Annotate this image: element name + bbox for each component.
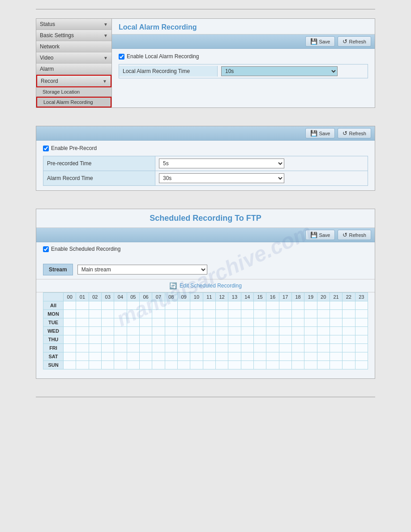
schedule-cell-mon-11[interactable] [203,310,215,318]
schedule-cell-mon-10[interactable] [190,310,203,318]
schedule-cell-tue-15[interactable] [253,318,266,327]
sidebar-subitem-storage-location[interactable]: Storage Location [36,87,111,97]
schedule-cell-sun-12[interactable] [215,361,228,369]
schedule-cell-all-8[interactable] [165,301,177,310]
schedule-cell-wed-16[interactable] [266,327,279,335]
prerecord-time-select[interactable]: 5s 10s 15s [159,159,284,168]
schedule-cell-mon-19[interactable] [304,310,317,318]
schedule-cell-wed-7[interactable] [152,327,165,335]
schedule-cell-tue-17[interactable] [279,318,291,327]
schedule-cell-wed-18[interactable] [291,327,304,335]
schedule-cell-wed-21[interactable] [330,327,342,335]
save-button-section3[interactable]: 💾 Save [305,230,335,240]
schedule-cell-wed-13[interactable] [228,327,241,335]
schedule-cell-mon-16[interactable] [266,310,279,318]
schedule-cell-mon-13[interactable] [228,310,241,318]
schedule-cell-thu-16[interactable] [266,335,279,344]
schedule-cell-all-20[interactable] [317,301,330,310]
schedule-cell-sun-5[interactable] [127,361,139,369]
sidebar-subitem-local-alarm-recording[interactable]: Local Alarm Recording [36,97,111,107]
schedule-cell-tue-3[interactable] [101,318,114,327]
schedule-cell-sun-23[interactable] [355,361,368,369]
schedule-cell-tue-12[interactable] [215,318,228,327]
schedule-cell-thu-8[interactable] [165,335,177,344]
schedule-cell-sun-15[interactable] [253,361,266,369]
schedule-cell-wed-15[interactable] [253,327,266,335]
schedule-cell-sat-13[interactable] [228,352,241,361]
schedule-cell-fri-7[interactable] [152,344,165,352]
schedule-cell-mon-1[interactable] [76,310,89,318]
schedule-cell-fri-5[interactable] [127,344,139,352]
schedule-cell-sat-6[interactable] [139,352,152,361]
schedule-cell-mon-8[interactable] [165,310,177,318]
schedule-cell-all-7[interactable] [152,301,165,310]
schedule-cell-all-3[interactable] [101,301,114,310]
schedule-cell-wed-9[interactable] [177,327,190,335]
schedule-cell-all-4[interactable] [114,301,127,310]
schedule-cell-wed-1[interactable] [76,327,89,335]
sidebar-item-network[interactable]: Network [36,41,111,52]
schedule-cell-mon-0[interactable] [64,310,76,318]
schedule-cell-fri-13[interactable] [228,344,241,352]
schedule-cell-thu-15[interactable] [253,335,266,344]
schedule-cell-fri-1[interactable] [76,344,89,352]
schedule-cell-mon-6[interactable] [139,310,152,318]
schedule-cell-sun-13[interactable] [228,361,241,369]
schedule-cell-sat-5[interactable] [127,352,139,361]
schedule-cell-fri-0[interactable] [64,344,76,352]
schedule-cell-thu-19[interactable] [304,335,317,344]
sidebar-item-video[interactable]: Video ▼ [36,52,111,64]
schedule-cell-mon-5[interactable] [127,310,139,318]
alarm-time-select[interactable]: 10s 20s 30s [221,66,338,76]
schedule-cell-all-17[interactable] [279,301,291,310]
schedule-cell-sat-11[interactable] [203,352,215,361]
schedule-cell-mon-3[interactable] [101,310,114,318]
schedule-cell-all-12[interactable] [215,301,228,310]
schedule-cell-all-1[interactable] [76,301,89,310]
schedule-cell-tue-14[interactable] [241,318,253,327]
schedule-cell-tue-1[interactable] [76,318,89,327]
schedule-cell-sat-1[interactable] [76,352,89,361]
schedule-cell-fri-9[interactable] [177,344,190,352]
schedule-cell-fri-3[interactable] [101,344,114,352]
schedule-cell-sun-0[interactable] [64,361,76,369]
schedule-cell-thu-5[interactable] [127,335,139,344]
schedule-cell-tue-18[interactable] [291,318,304,327]
schedule-cell-sat-19[interactable] [304,352,317,361]
schedule-cell-all-0[interactable] [64,301,76,310]
schedule-cell-mon-4[interactable] [114,310,127,318]
sidebar-item-alarm[interactable]: Alarm [36,64,111,75]
schedule-cell-tue-20[interactable] [317,318,330,327]
schedule-cell-sat-14[interactable] [241,352,253,361]
schedule-cell-sat-16[interactable] [266,352,279,361]
schedule-cell-sat-21[interactable] [330,352,342,361]
schedule-cell-thu-9[interactable] [177,335,190,344]
schedule-cell-thu-7[interactable] [152,335,165,344]
schedule-cell-mon-9[interactable] [177,310,190,318]
schedule-cell-mon-20[interactable] [317,310,330,318]
schedule-cell-fri-19[interactable] [304,344,317,352]
schedule-cell-thu-13[interactable] [228,335,241,344]
schedule-cell-fri-15[interactable] [253,344,266,352]
schedule-cell-wed-0[interactable] [64,327,76,335]
schedule-cell-wed-4[interactable] [114,327,127,335]
schedule-cell-fri-12[interactable] [215,344,228,352]
schedule-cell-sun-9[interactable] [177,361,190,369]
schedule-cell-fri-18[interactable] [291,344,304,352]
schedule-cell-sun-20[interactable] [317,361,330,369]
schedule-cell-wed-2[interactable] [89,327,101,335]
schedule-cell-tue-11[interactable] [203,318,215,327]
schedule-cell-sun-18[interactable] [291,361,304,369]
schedule-cell-sun-6[interactable] [139,361,152,369]
schedule-cell-wed-12[interactable] [215,327,228,335]
schedule-cell-mon-12[interactable] [215,310,228,318]
schedule-cell-mon-21[interactable] [330,310,342,318]
schedule-cell-all-14[interactable] [241,301,253,310]
schedule-cell-thu-14[interactable] [241,335,253,344]
schedule-cell-all-9[interactable] [177,301,190,310]
sidebar-item-status[interactable]: Status ▼ [36,19,111,30]
schedule-cell-all-22[interactable] [342,301,355,310]
schedule-cell-fri-20[interactable] [317,344,330,352]
schedule-cell-thu-4[interactable] [114,335,127,344]
schedule-cell-tue-19[interactable] [304,318,317,327]
